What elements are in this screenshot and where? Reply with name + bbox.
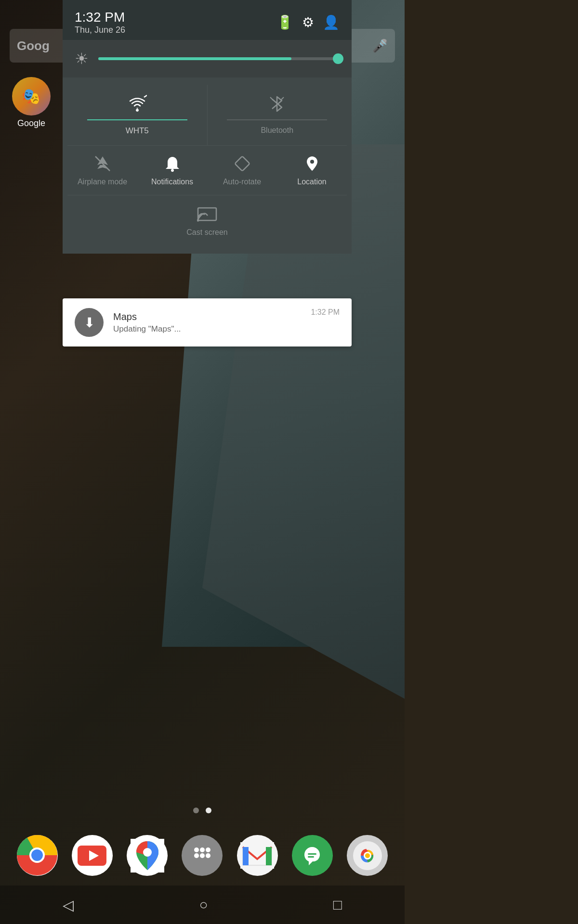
toggle-row-wifi-bt: WHT5 Bluetooth (67, 85, 347, 146)
svg-point-8 (197, 219, 199, 222)
auto-rotate-icon (233, 154, 251, 173)
page-dot-2 (206, 808, 211, 813)
home-button[interactable]: ○ (199, 897, 208, 913)
google-logo-text: Goog (17, 38, 50, 53)
notifications-icon (163, 154, 182, 173)
cast-screen-row: Cast screen (67, 195, 347, 246)
svg-point-32 (365, 853, 370, 858)
brightness-icon: ☀ (75, 50, 89, 68)
time-display: 1:32 PM (75, 10, 125, 25)
user-icon[interactable]: 👤 (323, 14, 340, 30)
app-drawer-svg (188, 841, 217, 870)
notif-content: Maps Updating "Maps"... (113, 311, 301, 334)
page-indicators (193, 808, 211, 813)
bluetooth-toggle[interactable]: Bluetooth (208, 85, 347, 145)
svg-point-6 (310, 160, 314, 164)
status-icons: 🔋 ⚙ 👤 (276, 14, 340, 30)
notifications-toggle[interactable]: Notifications (137, 146, 207, 195)
app-dock (0, 830, 405, 881)
cast-screen-toggle[interactable]: Cast screen (186, 205, 227, 237)
nav-bar: ◁ ○ □ (0, 886, 405, 924)
maps-app-icon[interactable] (127, 835, 168, 876)
toggle-row-4: Airplane mode Notifications Auto-rotate (67, 146, 347, 195)
hangouts-app-icon[interactable] (292, 835, 333, 876)
svg-point-11 (31, 849, 43, 861)
airplane-mode-label: Airplane mode (78, 178, 127, 186)
location-label: Location (297, 178, 327, 186)
svg-rect-5 (235, 156, 250, 171)
time-section: 1:32 PM Thu, June 26 (75, 10, 125, 35)
svg-point-22 (206, 853, 210, 858)
notif-time: 1:32 PM (311, 308, 340, 317)
brightness-row: ☀ (63, 40, 352, 77)
notif-app-icon: ⬇ (75, 308, 104, 337)
svg-point-20 (194, 853, 199, 858)
svg-point-18 (200, 847, 205, 852)
svg-rect-28 (308, 856, 314, 858)
maps-icon-svg (131, 839, 164, 873)
quick-toggles: WHT5 Bluetooth (63, 77, 352, 254)
auto-rotate-label: Auto-rotate (223, 178, 261, 186)
hangouts-icon-svg (299, 842, 326, 869)
google-app-circle: 🎭 (12, 77, 51, 116)
bluetooth-label: Bluetooth (261, 126, 293, 135)
auto-rotate-toggle[interactable]: Auto-rotate (207, 146, 277, 195)
notification-panel: 1:32 PM Thu, June 26 🔋 ⚙ 👤 ☀ (63, 0, 352, 254)
chrome-icon-svg (17, 835, 58, 876)
notif-body: Updating "Maps"... (113, 324, 301, 334)
wifi-toggle[interactable]: WHT5 (67, 85, 208, 145)
date-display: Thu, June 26 (75, 25, 125, 35)
airplane-mode-toggle[interactable]: Airplane mode (67, 146, 137, 195)
notification-card[interactable]: ⬇ Maps Updating "Maps"... 1:32 PM (63, 298, 352, 346)
gmail-app-icon[interactable] (237, 835, 278, 876)
brightness-track[interactable] (98, 57, 340, 60)
mic-icon[interactable]: 🎤 (372, 38, 388, 53)
screen: Goog 🎤 🎭 Google 1:32 PM Thu, June 26 🔋 ⚙… (0, 0, 405, 924)
svg-line-0 (144, 95, 147, 97)
svg-point-21 (200, 853, 205, 858)
bluetooth-icon (267, 94, 287, 114)
chrome-app-icon[interactable] (17, 835, 58, 876)
svg-point-4 (171, 169, 174, 172)
notif-download-icon: ⬇ (84, 315, 95, 331)
svg-rect-24 (243, 847, 249, 865)
cast-screen-label: Cast screen (186, 228, 227, 237)
svg-line-1 (270, 97, 273, 100)
recents-button[interactable]: □ (333, 897, 342, 913)
notif-title: Maps (113, 311, 301, 322)
location-toggle[interactable]: Location (277, 146, 347, 195)
wifi-label: WHT5 (126, 126, 149, 136)
svg-line-2 (281, 97, 284, 100)
youtube-app-icon[interactable] (72, 835, 113, 876)
wifi-active-indicator (87, 119, 187, 120)
brightness-fill (98, 57, 291, 60)
status-bar: 1:32 PM Thu, June 26 🔋 ⚙ 👤 (63, 0, 352, 40)
wifi-icon (128, 94, 147, 114)
battery-icon: 🔋 (276, 14, 293, 30)
svg-rect-25 (266, 847, 272, 865)
location-icon (303, 154, 321, 173)
page-dot-1 (193, 808, 199, 813)
notifications-label: Notifications (151, 178, 193, 186)
cast-screen-icon (197, 205, 217, 223)
svg-point-15 (143, 848, 152, 857)
svg-rect-27 (308, 853, 316, 855)
photos-icon-svg (353, 841, 382, 870)
photos-app-icon[interactable] (347, 835, 388, 876)
google-app-icon[interactable]: 🎭 Google (10, 77, 53, 130)
gmail-icon-svg (240, 842, 274, 869)
bt-separator (227, 119, 327, 120)
back-button[interactable]: ◁ (63, 897, 74, 913)
airplane-mode-icon (93, 154, 112, 173)
app-drawer-icon[interactable] (182, 835, 223, 876)
settings-icon[interactable]: ⚙ (302, 14, 314, 30)
brightness-thumb (333, 53, 343, 64)
youtube-icon-svg (78, 846, 106, 866)
svg-point-17 (194, 847, 199, 852)
google-app-label: Google (17, 118, 45, 128)
svg-point-19 (206, 847, 210, 852)
